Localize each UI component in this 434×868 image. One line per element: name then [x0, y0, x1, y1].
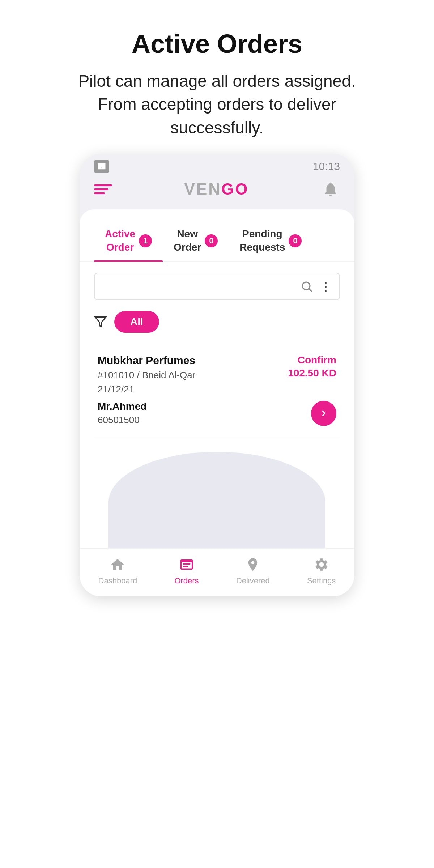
svg-marker-2	[95, 317, 106, 327]
order-shop-name: Mubkhar Perfumes	[98, 354, 195, 367]
svg-line-1	[309, 289, 312, 292]
app-header: VENGO	[80, 176, 354, 209]
content-area: Active Order 1 New Order 0 Pending Reque…	[80, 209, 354, 596]
filter-row: All	[80, 307, 354, 340]
tab-new-order[interactable]: New Order 0	[163, 220, 229, 261]
status-time: 10:13	[313, 160, 340, 173]
svg-rect-4	[183, 566, 188, 567]
nav-delivered-label: Delivered	[236, 576, 270, 586]
nav-orders-label: Orders	[174, 576, 199, 586]
phone-frame: 10:13 VENGO Active Order 1	[80, 154, 354, 596]
search-bar: ⋮	[94, 273, 340, 300]
order-card-inner: Mubkhar Perfumes #101010 / Bneid Al-Qar …	[98, 354, 336, 395]
promo-description: Pilot can manage all orders assigned. Fr…	[72, 69, 362, 139]
order-date: 21/12/21	[98, 384, 195, 395]
tab-pending-requests-line1: Pending	[239, 227, 285, 241]
hamburger-menu[interactable]	[94, 184, 112, 194]
tab-active-order-badge: 1	[139, 234, 152, 247]
tab-pending-requests-line2: Requests	[239, 241, 285, 254]
order-detail-button[interactable]	[311, 401, 336, 426]
svg-rect-3	[183, 563, 191, 565]
settings-icon	[314, 557, 329, 572]
nav-settings-label: Settings	[307, 576, 336, 586]
order-id: #101010 / Bneid Al-Qar	[98, 370, 195, 381]
order-amount: 102.50 KD	[288, 367, 336, 379]
orders-icon	[179, 557, 194, 572]
tab-new-order-badge: 0	[205, 234, 218, 247]
order-info: Mubkhar Perfumes #101010 / Bneid Al-Qar …	[98, 354, 195, 395]
search-icon	[300, 280, 313, 293]
home-icon	[110, 557, 125, 572]
order-card: Mubkhar Perfumes #101010 / Bneid Al-Qar …	[94, 344, 340, 437]
customer-phone: 60501500	[98, 414, 146, 426]
status-image-icon	[94, 160, 109, 173]
nav-delivered[interactable]: Delivered	[236, 556, 270, 586]
tab-pending-requests[interactable]: Pending Requests 0	[229, 220, 312, 261]
bottom-nav: Dashboard Orders Deliv	[80, 548, 354, 596]
order-status-label: Confirm	[298, 354, 336, 366]
nav-orders[interactable]: Orders	[174, 556, 199, 586]
nav-dashboard-label: Dashboard	[98, 576, 137, 586]
order-action: Confirm 102.50 KD	[288, 354, 336, 379]
more-options-icon[interactable]: ⋮	[320, 280, 332, 293]
svg-point-0	[302, 282, 310, 290]
tab-pending-requests-badge: 0	[289, 234, 302, 247]
blob-shape	[109, 452, 326, 553]
nav-dashboard[interactable]: Dashboard	[98, 556, 137, 586]
tab-new-order-line2: Order	[174, 241, 201, 254]
tab-active-order-line2: Order	[105, 241, 135, 254]
promo-title: Active Orders	[132, 29, 302, 59]
delivered-icon	[245, 557, 260, 572]
tab-new-order-line1: New	[174, 227, 201, 241]
search-input[interactable]	[102, 281, 300, 292]
notification-bell[interactable]	[321, 180, 340, 199]
tab-active-order-line1: Active	[105, 227, 135, 241]
tabs-container: Active Order 1 New Order 0 Pending Reque…	[80, 209, 354, 262]
nav-settings[interactable]: Settings	[307, 556, 336, 586]
filter-icon[interactable]	[94, 315, 107, 328]
app-logo: VENGO	[184, 180, 249, 198]
filter-all-button[interactable]: All	[114, 311, 159, 333]
status-bar: 10:13	[80, 154, 354, 176]
tab-active-order[interactable]: Active Order 1	[94, 220, 163, 261]
customer-row: Mr.Ahmed 60501500	[98, 401, 336, 426]
customer-name: Mr.Ahmed	[98, 401, 146, 412]
promo-section: Active Orders Pilot can manage all order…	[0, 0, 434, 154]
customer-info: Mr.Ahmed 60501500	[98, 401, 146, 426]
blob-area	[80, 444, 354, 553]
